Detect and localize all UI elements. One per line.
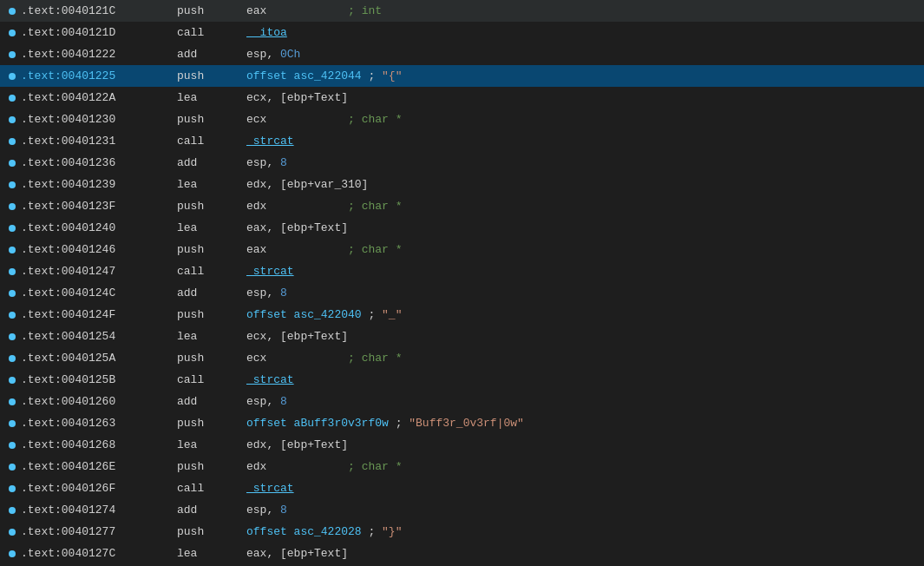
- dot-icon: [9, 181, 16, 188]
- disasm-row[interactable]: .text:00401239leaedx, [ebp+var_310]: [0, 174, 924, 195]
- breakpoint-dot[interactable]: [3, 312, 21, 319]
- disasm-row[interactable]: .text:0040125Bcall_strcat: [0, 369, 924, 391]
- breakpoint-dot[interactable]: [3, 73, 21, 80]
- disasm-row[interactable]: .text:00401236addesp, 8: [0, 152, 924, 174]
- mnemonic-label: lea: [177, 221, 246, 234]
- disasm-row[interactable]: .text:00401247call_strcat: [0, 260, 924, 282]
- breakpoint-dot[interactable]: [3, 507, 21, 514]
- address-label: .text:00401260: [21, 395, 177, 408]
- operands-label: esp, 8: [246, 395, 921, 408]
- disasm-row[interactable]: .text:00401254leaecx, [ebp+Text]: [0, 326, 924, 347]
- spacer: [266, 4, 348, 17]
- operands-label: eax, [ebp+Text]: [246, 221, 921, 234]
- operands-label: esp, 8: [246, 156, 921, 169]
- operands-label: __itoa: [246, 26, 921, 39]
- breakpoint-dot[interactable]: [3, 95, 21, 102]
- immediate-value: 8: [280, 286, 287, 299]
- dot-icon: [9, 247, 16, 253]
- disasm-row[interactable]: .text:0040124Fpushoffset asc_422040 ; "_…: [0, 304, 924, 326]
- disasm-row[interactable]: .text:0040126Fcall_strcat: [0, 477, 924, 499]
- breakpoint-dot[interactable]: [3, 51, 21, 58]
- mnemonic-label: call: [177, 26, 246, 39]
- dot-icon: [9, 377, 16, 384]
- disasm-row[interactable]: .text:00401260addesp, 8: [0, 391, 924, 412]
- string-value: "}": [382, 525, 402, 538]
- disasm-row[interactable]: .text:00401231call_strcat: [0, 130, 924, 152]
- breakpoint-dot[interactable]: [3, 225, 21, 232]
- disasm-row[interactable]: .text:0040125Apushecx ; char *: [0, 347, 924, 369]
- breakpoint-dot[interactable]: [3, 181, 21, 188]
- offset-reference: offset asc_422028: [246, 525, 362, 538]
- mnemonic-label: push: [177, 460, 246, 473]
- disasm-row[interactable]: .text:00401222addesp, 0Ch: [0, 43, 924, 65]
- call-target-label[interactable]: __itoa: [246, 26, 287, 39]
- breakpoint-dot[interactable]: [3, 377, 21, 384]
- breakpoint-dot[interactable]: [3, 30, 21, 36]
- disasm-row[interactable]: .text:00401230pushecx ; char *: [0, 109, 924, 130]
- mnemonic-label: add: [177, 503, 246, 517]
- offset-reference: offset asc_422040: [246, 308, 362, 321]
- breakpoint-dot[interactable]: [3, 290, 21, 297]
- register-operand: edx: [246, 200, 266, 213]
- disasm-row[interactable]: .text:00401274addesp, 8: [0, 499, 924, 521]
- call-target-label[interactable]: _strcat: [246, 373, 294, 386]
- disasm-row[interactable]: .text:00401225pushoffset asc_422044 ; "{…: [0, 65, 924, 87]
- spacer: [266, 460, 348, 473]
- breakpoint-dot[interactable]: [3, 138, 21, 145]
- breakpoint-dot[interactable]: [3, 333, 21, 340]
- breakpoint-dot[interactable]: [3, 8, 21, 15]
- address-label: .text:0040125A: [21, 352, 177, 365]
- breakpoint-dot[interactable]: [3, 160, 21, 167]
- operands-label: edx ; char *: [246, 200, 921, 213]
- dot-icon: [9, 507, 16, 514]
- breakpoint-dot[interactable]: [3, 116, 21, 123]
- disasm-row[interactable]: .text:0040126Epushedx ; char *: [0, 456, 924, 477]
- mnemonic-label: add: [177, 395, 246, 408]
- disasm-row[interactable]: .text:00401263pushoffset aBuff3r0v3rf0w …: [0, 412, 924, 434]
- disasm-row[interactable]: .text:00401246pusheax ; char *: [0, 239, 924, 260]
- dot-icon: [9, 268, 16, 275]
- disasm-row[interactable]: .text:0040127Cleaeax, [ebp+Text]: [0, 543, 924, 564]
- dot-icon: [9, 51, 16, 58]
- breakpoint-dot[interactable]: [3, 420, 21, 427]
- breakpoint-dot[interactable]: [3, 442, 21, 449]
- mnemonic-label: call: [177, 482, 246, 495]
- dot-icon: [9, 333, 16, 340]
- call-target-label[interactable]: _strcat: [246, 265, 294, 278]
- disasm-row[interactable]: .text:0040124Caddesp, 8: [0, 282, 924, 304]
- dot-icon: [9, 420, 16, 427]
- immediate-value: 8: [280, 156, 287, 169]
- dot-icon: [9, 160, 16, 167]
- breakpoint-dot[interactable]: [3, 247, 21, 253]
- mnemonic-label: push: [177, 352, 246, 365]
- breakpoint-dot[interactable]: [3, 203, 21, 210]
- mnemonic-label: push: [177, 69, 246, 82]
- disasm-row[interactable]: .text:00401268leaedx, [ebp+Text]: [0, 434, 924, 456]
- disasm-row[interactable]: .text:0040121Dcall__itoa: [0, 22, 924, 43]
- disasm-row[interactable]: .text:00401277pushoffset asc_422028 ; "}…: [0, 521, 924, 543]
- breakpoint-dot[interactable]: [3, 268, 21, 275]
- register-operand: esp,: [246, 503, 280, 517]
- mnemonic-label: push: [177, 525, 246, 538]
- dot-icon: [9, 485, 16, 492]
- address-label: .text:00401247: [21, 265, 177, 278]
- mnemonic-label: call: [177, 265, 246, 278]
- disasm-row[interactable]: .text:0040122Aleaecx, [ebp+Text]: [0, 87, 924, 109]
- disasm-row[interactable]: .text:0040123Fpushedx ; char *: [0, 195, 924, 217]
- address-label: .text:00401274: [21, 503, 177, 517]
- dot-icon: [9, 30, 16, 36]
- breakpoint-dot[interactable]: [3, 550, 21, 557]
- call-target-label[interactable]: _strcat: [246, 482, 294, 495]
- disasm-row[interactable]: .text:0040121Cpusheax ; int: [0, 0, 924, 22]
- breakpoint-dot[interactable]: [3, 398, 21, 405]
- address-label: .text:00401239: [21, 178, 177, 191]
- mnemonic-label: lea: [177, 91, 246, 104]
- breakpoint-dot[interactable]: [3, 464, 21, 471]
- comment-label: ; char *: [348, 113, 402, 126]
- breakpoint-dot[interactable]: [3, 529, 21, 536]
- disasm-row[interactable]: .text:00401240leaeax, [ebp+Text]: [0, 217, 924, 239]
- breakpoint-dot[interactable]: [3, 355, 21, 362]
- immediate-value: 8: [280, 395, 287, 408]
- breakpoint-dot[interactable]: [3, 485, 21, 492]
- call-target-label[interactable]: _strcat: [246, 135, 294, 148]
